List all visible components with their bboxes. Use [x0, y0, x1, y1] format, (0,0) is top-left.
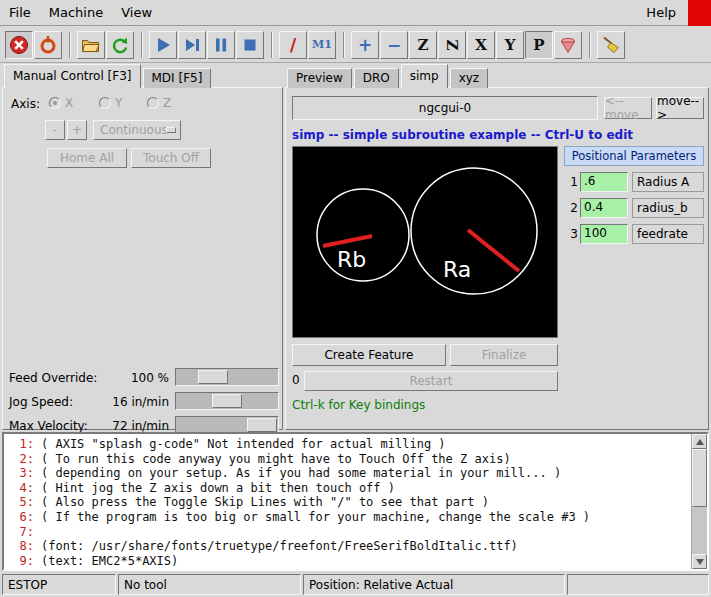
view-z-button[interactable]: Z	[409, 31, 437, 59]
feed-override-handle[interactable]	[198, 370, 228, 384]
param-2-value-entry[interactable]: 0.4	[580, 198, 628, 218]
reload-button[interactable]	[106, 31, 134, 59]
manual-control-body: Axis: X Y Z - + Continuous Home All Touc…	[2, 87, 283, 430]
gcode-line[interactable]: 5: ( Also press the Toggle Skip Lines wi…	[8, 495, 689, 510]
touch-off-button[interactable]: Touch Off	[131, 148, 211, 168]
axis-radio-z-label: Z	[163, 96, 171, 110]
param-1-name: Radius A	[632, 172, 704, 192]
line-number: 7:	[8, 525, 34, 540]
view-p-icon: P	[533, 36, 544, 54]
rotate-view-button[interactable]	[554, 31, 582, 59]
line-text: (text: EMC2*5*AXIS)	[41, 554, 178, 569]
view-z-rotated-icon: Z	[443, 39, 461, 50]
zoom-out-button[interactable]: −	[380, 31, 408, 59]
scroll-up-icon[interactable]	[692, 434, 707, 449]
tab-preview[interactable]: Preview	[287, 68, 352, 88]
pause-button[interactable]	[207, 31, 235, 59]
view-z-rotated-button[interactable]: Z	[438, 31, 466, 59]
gcode-line[interactable]: 3: ( depending on your setup. As if you …	[8, 466, 689, 481]
gcode-line[interactable]: 8: (font: /usr/share/fonts/truetype/free…	[8, 539, 689, 554]
home-all-button[interactable]: Home All	[47, 148, 127, 168]
tab-simp[interactable]: simp	[401, 64, 448, 88]
tab-mdi[interactable]: MDI [F5]	[143, 68, 212, 88]
ngcgui-name-entry[interactable]: ngcgui-0	[292, 96, 598, 120]
line-text: ( depending on your setup. As if you had…	[41, 466, 561, 481]
menu-view[interactable]: View	[112, 1, 161, 24]
menu-help[interactable]: Help	[637, 1, 685, 24]
toolbar-separator	[141, 32, 143, 58]
tab-xyz[interactable]: xyz	[450, 68, 489, 88]
line-number: 4:	[8, 481, 34, 496]
move-left-button[interactable]: <--move	[604, 97, 652, 119]
max-velocity-handle[interactable]	[247, 418, 277, 432]
axis-radio-x[interactable]: X	[49, 96, 73, 110]
label-rb: Rb	[337, 247, 366, 272]
gcode-line[interactable]: 2: ( To run this code anyway you might h…	[8, 452, 689, 467]
toolbar-separator	[271, 32, 273, 58]
estop-icon	[9, 35, 29, 55]
jog-minus-button[interactable]: -	[45, 120, 65, 140]
gcode-line[interactable]: 9: (text: EMC2*5*AXIS)	[8, 554, 689, 569]
param-3-value-entry[interactable]: 100	[580, 224, 628, 244]
jog-speed-handle[interactable]	[212, 394, 242, 408]
view-perspective-button[interactable]: P	[525, 31, 553, 59]
gcode-line[interactable]: 6: ( If the program is too big or small …	[8, 510, 689, 525]
gcode-line[interactable]: 7:	[8, 525, 689, 540]
gcode-listing[interactable]: 1: ( AXIS "splash g-code" Not intended f…	[2, 432, 709, 571]
axis-radio-z[interactable]: Z	[147, 96, 171, 110]
toolbar-separator	[589, 32, 591, 58]
gcode-scrollbar[interactable]	[691, 434, 707, 569]
run-button[interactable]	[149, 31, 177, 59]
toggle-skip-lines-button[interactable]: /	[279, 31, 307, 59]
status-position: Position: Relative Actual	[303, 574, 565, 595]
tab-manual-control[interactable]: Manual Control [F3]	[4, 64, 141, 88]
zoom-in-icon: +	[358, 35, 372, 55]
menubar: File Machine View Help	[0, 0, 711, 26]
optional-stop-button[interactable]: M1	[308, 31, 336, 59]
feed-override-slider[interactable]	[175, 368, 279, 386]
move-right-button[interactable]: move-->	[656, 97, 704, 119]
optional-stop-icon: M1	[312, 38, 332, 51]
line-text: (font: /usr/share/fonts/truetype/freefon…	[41, 539, 518, 554]
finalize-button[interactable]: Finalize	[450, 344, 558, 366]
axis-radio-y[interactable]: Y	[99, 96, 122, 110]
stop-button[interactable]	[236, 31, 264, 59]
view-y-button[interactable]: Y	[496, 31, 524, 59]
radius-line-rb	[323, 236, 372, 246]
run-step-button[interactable]	[178, 31, 206, 59]
axis-radio-y-label: Y	[115, 96, 122, 110]
open-folder-icon	[81, 35, 101, 55]
jog-mode-dropdown[interactable]: Continuous	[93, 120, 181, 140]
scrollbar-thumb[interactable]	[692, 449, 707, 507]
param-2-number: 2	[564, 201, 578, 215]
line-text: ( To run this code anyway you might have…	[41, 452, 511, 467]
tab-dro[interactable]: DRO	[354, 68, 399, 88]
line-text: ( Hint jog the Z axis down a bit then to…	[41, 481, 395, 496]
create-feature-button[interactable]: Create Feature	[292, 344, 446, 366]
restart-button[interactable]: Restart	[304, 371, 558, 391]
left-tabs: Manual Control [F3] MDI [F5]	[4, 64, 213, 88]
line-number: 8:	[8, 539, 34, 554]
subroutine-preview-canvas: Rb Ra	[292, 146, 558, 338]
jog-speed-slider[interactable]	[175, 392, 279, 410]
preview-panel: Preview DRO simp xyz ngcgui-0 <--move mo…	[285, 64, 709, 430]
menu-file[interactable]: File	[0, 1, 40, 24]
gcode-line[interactable]: 1: ( AXIS "splash g-code" Not intended f…	[8, 437, 689, 452]
param-1-value-entry[interactable]: .6	[580, 172, 628, 192]
slash-icon: /	[290, 35, 296, 55]
menu-machine[interactable]: Machine	[40, 1, 112, 24]
scroll-down-icon[interactable]	[692, 554, 707, 569]
zoom-in-button[interactable]: +	[351, 31, 379, 59]
open-file-button[interactable]	[77, 31, 105, 59]
gcode-line[interactable]: 4: ( Hint jog the Z axis down a bit then…	[8, 481, 689, 496]
status-filler	[567, 574, 709, 595]
clear-plot-button[interactable]	[597, 31, 625, 59]
reload-icon	[110, 35, 130, 55]
restart-count: 0	[292, 373, 300, 387]
estop-button[interactable]	[5, 31, 33, 59]
machine-power-button[interactable]	[34, 31, 62, 59]
view-x-button[interactable]: X	[467, 31, 495, 59]
param-3-number: 3	[564, 227, 578, 241]
jog-plus-button[interactable]: +	[67, 120, 87, 140]
rotate-view-icon	[558, 35, 578, 55]
